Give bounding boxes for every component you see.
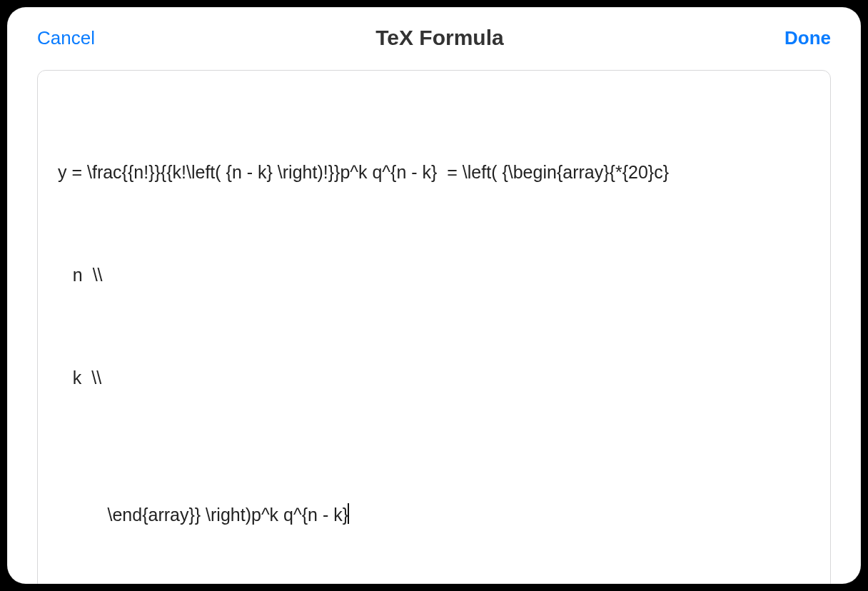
done-button[interactable]: Done — [784, 27, 831, 49]
editor-line: y = \frac{{n!}}{{k!\left( {n - k} \right… — [58, 155, 810, 189]
editor-line: \end{array}} \right)p^k q^{n - k} — [58, 463, 810, 566]
dialog-content: y = \frac{{n!}}{{k!\left( {n - k} \right… — [7, 56, 861, 584]
tex-source-editor[interactable]: y = \frac{{n!}}{{k!\left( {n - k} \right… — [37, 70, 831, 584]
dialog-title: TeX Formula — [95, 26, 784, 50]
tex-formula-dialog: Cancel TeX Formula Done y = \frac{{n!}}{… — [7, 7, 861, 584]
dialog-header: Cancel TeX Formula Done — [7, 7, 861, 56]
editor-line: k \\ — [58, 360, 810, 395]
editor-line: n \\ — [58, 258, 810, 292]
cancel-button[interactable]: Cancel — [37, 27, 95, 49]
text-caret — [348, 503, 349, 524]
